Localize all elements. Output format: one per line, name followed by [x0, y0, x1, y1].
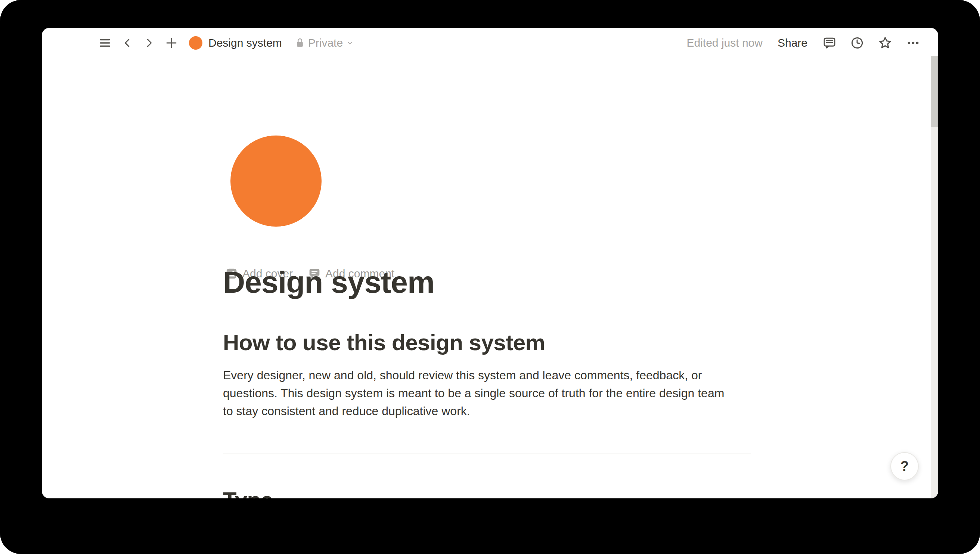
- page-dot-icon: [189, 36, 202, 49]
- paragraph-line: Every designer, new and old, should revi…: [223, 366, 724, 384]
- paragraph-line: to stay consistent and reduce duplicativ…: [223, 402, 724, 420]
- chevron-right-icon: [143, 37, 155, 49]
- paragraph-line: questions. This design system is meant t…: [223, 384, 724, 402]
- help-button[interactable]: ?: [890, 452, 919, 481]
- page-title[interactable]: Design system: [223, 265, 434, 300]
- intro-paragraph[interactable]: Every designer, new and old, should revi…: [223, 366, 724, 420]
- section-heading-how-to-use[interactable]: How to use this design system: [223, 330, 545, 355]
- privacy-dropdown[interactable]: Private: [295, 37, 354, 49]
- share-button[interactable]: Share: [778, 37, 808, 49]
- edited-status: Edited just now: [687, 37, 762, 49]
- lock-icon: [295, 37, 304, 49]
- comment-bubble-icon: [822, 36, 837, 50]
- notion-app-window: Design system Private: [42, 28, 938, 498]
- scrollbar-thumb[interactable]: [931, 56, 938, 127]
- window-shadow-backdrop: Design system Private: [0, 0, 980, 554]
- page-content: Add cover Add comment Design system How …: [42, 58, 938, 498]
- forward-button[interactable]: [143, 37, 155, 49]
- divider: [223, 454, 751, 454]
- breadcrumb[interactable]: Design system: [189, 36, 282, 49]
- chevron-down-icon: [346, 39, 354, 47]
- plus-icon: [165, 37, 178, 49]
- more-options-button[interactable]: [906, 36, 920, 50]
- privacy-label: Private: [308, 37, 343, 49]
- toolbar: Design system Private: [42, 28, 938, 58]
- comments-button[interactable]: [822, 36, 837, 50]
- breadcrumb-page-title: Design system: [209, 37, 282, 49]
- chevron-left-icon: [122, 37, 133, 49]
- section-heading-type[interactable]: Type: [223, 488, 273, 498]
- updates-button[interactable]: [850, 36, 864, 50]
- new-page-button[interactable]: [165, 37, 178, 49]
- page-icon-circle[interactable]: [230, 135, 322, 227]
- clock-icon: [850, 36, 864, 50]
- favorite-button[interactable]: [878, 35, 892, 50]
- back-button[interactable]: [122, 37, 133, 49]
- hamburger-menu-icon: [99, 37, 111, 49]
- ellipsis-icon: [906, 36, 920, 50]
- star-icon: [878, 35, 892, 50]
- sidebar-toggle-button[interactable]: [99, 37, 111, 49]
- scrollbar-track[interactable]: [931, 56, 938, 498]
